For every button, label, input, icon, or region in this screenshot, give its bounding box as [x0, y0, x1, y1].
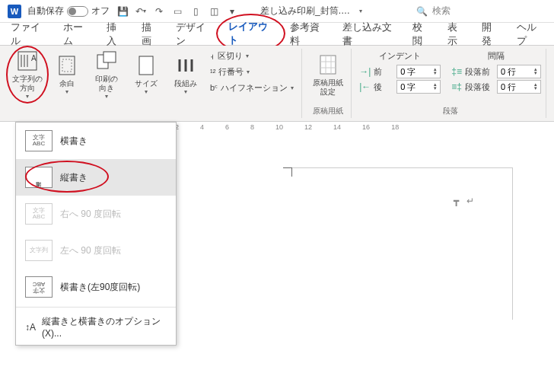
indent-right-icon: |←: [359, 81, 371, 92]
indent-left-value: 0 字: [400, 66, 416, 78]
text-direction-dropdown: 文字ABC 横書き 文字列 縦書き 文字ABC 右へ 90 度回転 文字列 左へ…: [15, 122, 177, 346]
chevron-down-icon: ▾: [184, 88, 187, 96]
page: ┳ ↵: [292, 167, 513, 320]
separator: [16, 307, 176, 308]
manuscript-icon: [316, 53, 340, 77]
indent-title: インデント: [359, 50, 441, 62]
line-numbers-label: 行番号: [218, 66, 244, 78]
svg-rect-9: [139, 56, 153, 75]
rotate-left-icon: 文字列: [25, 240, 53, 261]
filename: 差し込み印刷_封筒.…: [260, 5, 350, 18]
horizontal-icon: 文字ABC: [25, 130, 53, 151]
text-cursor: ┳ ↵: [454, 196, 474, 206]
search-icon: 🔍: [416, 6, 428, 17]
save-icon[interactable]: 💾: [116, 5, 129, 18]
indent-right-label: 後: [374, 81, 393, 93]
ruler-tick: 16: [362, 123, 370, 135]
indent-right-input[interactable]: 0 字▴▾: [396, 80, 441, 94]
columns-icon: [174, 53, 198, 78]
search-placeholder: 検索: [432, 5, 451, 18]
horizontal-rot-icon: 文字ABC: [25, 276, 53, 298]
svg-rect-6: [62, 59, 72, 72]
word-icon: W: [8, 5, 21, 18]
redo-icon[interactable]: ↷: [152, 5, 166, 18]
spacing-after-icon: ≡‡: [451, 81, 462, 92]
indent-left-input[interactable]: 0 字▴▾: [396, 65, 441, 78]
spacing-before-value: 0 行: [501, 66, 516, 78]
dd-rotate-right-label: 右へ 90 度回転: [60, 208, 121, 221]
spacing-before-input[interactable]: 0 行▴▾: [497, 65, 541, 78]
corner-mark: [283, 167, 292, 177]
dd-options-label: 縦書きと横書きのオプション(X)...: [42, 315, 167, 339]
dd-vertical-label: 縦書き: [60, 171, 88, 184]
filename-chevron[interactable]: ▾: [359, 8, 362, 14]
vertical-icon: 文字列: [25, 167, 53, 188]
ruler-tick: 4: [200, 123, 204, 135]
orientation-icon: [94, 49, 119, 73]
options-icon: ↕A: [25, 322, 36, 333]
indent-right-value: 0 字: [400, 81, 416, 93]
spacing-after-input[interactable]: 0 行▴▾: [497, 80, 541, 94]
breaks-button[interactable]: ⫞区切り▾: [207, 49, 297, 63]
autosave-toggle[interactable]: 自動保存 オフ: [27, 5, 110, 18]
svg-text:A: A: [31, 54, 37, 62]
dd-horizontal-label: 横書き: [60, 135, 88, 148]
svg-rect-8: [103, 52, 116, 62]
rotate-right-icon: 文字ABC: [25, 203, 53, 225]
margins-label: 余白: [59, 79, 75, 88]
size-label: サイズ: [135, 79, 158, 88]
size-button[interactable]: サイズ ▾: [128, 49, 164, 100]
margins-button[interactable]: 余白 ▾: [49, 49, 85, 100]
breaks-icon: ⫞: [210, 52, 215, 61]
dd-horizontal-rot-label: 横書き(左90度回転): [60, 281, 140, 294]
hyphenation-button[interactable]: bᶜハイフネーション▾: [207, 81, 297, 95]
margins-icon: [55, 53, 79, 78]
dd-vertical[interactable]: 文字列 縦書き: [16, 159, 176, 196]
spacing-after-value: 0 行: [501, 81, 516, 93]
qat-icon-1[interactable]: ▭: [170, 5, 184, 18]
spacing-before-icon: ‡≡: [451, 66, 462, 77]
dd-rotate-left: 文字列 左へ 90 度回転: [16, 232, 176, 269]
line-numbers-icon: ¹²: [210, 68, 215, 77]
chevron-down-icon: ▾: [65, 88, 68, 96]
orientation-label: 印刷の 向き: [95, 75, 118, 93]
size-icon: [134, 53, 158, 78]
autosave-label: 自動保存: [27, 5, 64, 18]
ruler-tick: 18: [391, 123, 399, 135]
dd-horizontal-rot[interactable]: 文字ABC 横書き(左90度回転): [16, 269, 176, 305]
columns-label: 段組み: [174, 79, 197, 88]
chevron-down-icon: ▾: [145, 88, 148, 96]
dd-options[interactable]: ↕A 縦書きと横書きのオプション(X)...: [16, 309, 176, 345]
manuscript-label: 原稿用紙 設定: [313, 78, 343, 97]
text-direction-button[interactable]: A 文字列の 方向 ▾: [9, 49, 46, 100]
ruler-tick: 14: [333, 123, 341, 135]
hyphenation-label: ハイフネーション: [221, 82, 288, 94]
qat-icon-3[interactable]: ◫: [207, 5, 221, 18]
ruler-tick: 12: [304, 123, 312, 135]
dd-rotate-left-label: 左へ 90 度回転: [60, 244, 121, 257]
spacing-after-label: 段落後: [465, 81, 494, 93]
line-numbers-button[interactable]: ¹²行番号▾: [207, 65, 297, 79]
orientation-button[interactable]: 印刷の 向き ▾: [88, 49, 125, 100]
text-direction-icon: A: [15, 49, 40, 73]
breaks-label: 区切り: [218, 50, 243, 62]
ruler-tick: 8: [250, 123, 254, 135]
indent-left-icon: →|: [359, 66, 371, 77]
columns-button[interactable]: 段組み ▾: [167, 49, 204, 100]
ruler-tick: 6: [225, 123, 229, 135]
toggle-switch[interactable]: [67, 6, 88, 17]
text-direction-label: 文字列の 方向: [12, 75, 43, 93]
chevron-down-icon: ▾: [26, 93, 29, 100]
dd-rotate-right: 文字ABC 右へ 90 度回転: [16, 196, 176, 232]
paragraph-group-label: 段落: [443, 106, 458, 118]
undo-icon[interactable]: ↶▾: [134, 5, 148, 18]
manuscript-button[interactable]: 原稿用紙 設定: [310, 49, 346, 100]
hyphenation-icon: bᶜ: [210, 83, 218, 93]
dd-horizontal[interactable]: 文字ABC 横書き: [16, 123, 176, 159]
chevron-down-icon: ▾: [105, 93, 108, 100]
qat-icon-2[interactable]: ▯: [189, 5, 202, 18]
spacing-before-label: 段落前: [465, 66, 494, 78]
manuscript-group-label: 原稿用紙: [313, 106, 343, 118]
svg-rect-13: [320, 56, 336, 74]
autosave-state: オフ: [91, 5, 110, 18]
